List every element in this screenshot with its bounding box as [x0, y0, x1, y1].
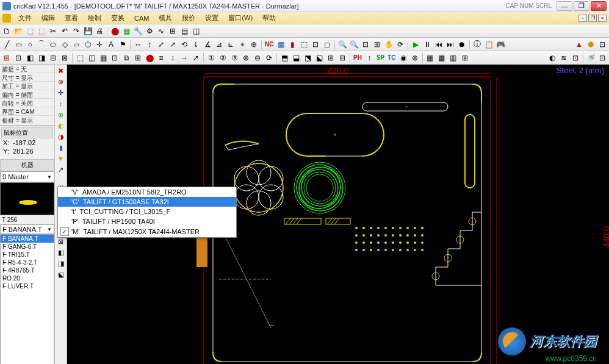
maximize-button[interactable]: ❐ [574, 1, 589, 11]
status-dim[interactable]: 尺寸 = 显示 [0, 73, 54, 82]
ph-button[interactable]: PH [352, 54, 363, 61]
dim8-icon[interactable]: ⊿ [214, 39, 225, 50]
vt-tool8-icon[interactable]: ▼ [56, 154, 66, 163]
tool2-icon[interactable]: ▦ [121, 26, 132, 37]
menu-quote[interactable]: 报价 [179, 12, 198, 24]
dim9-icon[interactable]: ⊾ [225, 39, 236, 50]
cam2-icon[interactable]: ⊡ [13, 52, 24, 63]
cam7-icon[interactable]: ⬚ [74, 52, 85, 63]
cut5-icon[interactable]: ⊞ [325, 52, 336, 63]
vt-tool16-icon[interactable]: ◧ [56, 248, 66, 257]
nest2-icon[interactable]: ▩ [436, 52, 447, 63]
arc-icon[interactable]: ⌒ [36, 39, 47, 50]
r34-icon[interactable]: 🚿 [585, 52, 596, 63]
machine-dropdown[interactable]: 'V' AMADA / EM2510NT 58I2_TR2RO 'G' TAIL… [57, 187, 237, 238]
dim5-icon[interactable]: ⟲ [179, 39, 190, 50]
status-proc[interactable]: 加工 = 显示 [0, 82, 54, 90]
menu-draw[interactable]: 绘制 [85, 12, 104, 24]
pan-icon[interactable]: ✋ [383, 39, 394, 50]
tool-item[interactable]: F R5-4-3-2.T [1, 259, 54, 266]
menu-cam[interactable]: CAM [132, 13, 151, 23]
tool-item[interactable]: F TRI15.T [1, 251, 54, 259]
menu-window[interactable]: 窗口(W) [226, 12, 255, 24]
status-side[interactable]: 偏向 = 侧面 [0, 90, 54, 99]
nc3-icon[interactable]: ⬚ [298, 39, 309, 50]
tool-item[interactable]: RO 20 [1, 274, 54, 282]
cam12-icon[interactable]: ⊞ [132, 52, 143, 63]
r33-icon[interactable]: ⊡ [570, 52, 581, 63]
flag-icon[interactable]: ⚑ [117, 39, 128, 50]
vt-tool5-icon[interactable]: ◐ [56, 121, 66, 130]
mdi-minimize-button[interactable]: - [578, 15, 587, 22]
cut4-icon[interactable]: ⬕ [314, 52, 325, 63]
cam13-icon[interactable]: ⬤ [144, 52, 155, 63]
r32-icon[interactable]: ≋ [558, 52, 569, 63]
right1-icon[interactable]: ▲ [574, 39, 585, 50]
tool-combo[interactable]: F BANANA.T ▼ [0, 224, 54, 234]
cam9-icon[interactable]: ▦ [98, 52, 109, 63]
new-icon[interactable]: 🗋 [1, 26, 12, 37]
sp-button[interactable]: SP [375, 54, 386, 61]
zoom-window-icon[interactable]: ⊞ [372, 39, 383, 50]
vt-tool3-icon[interactable]: ↕ [56, 99, 66, 109]
save-icon[interactable]: 💾 [82, 26, 93, 37]
anim2-icon[interactable]: ⏸ [422, 39, 433, 50]
dim1-icon[interactable]: ↔ [132, 39, 143, 50]
undo-icon[interactable]: ↶ [59, 26, 70, 37]
shape5-icon[interactable]: ◇ [59, 39, 70, 50]
dim11-icon[interactable]: ⊕ [248, 39, 259, 50]
sp1-icon[interactable]: ◉ [398, 52, 409, 63]
game-icon[interactable]: 🎮 [495, 39, 506, 50]
seq1-icon[interactable]: ① [206, 52, 217, 63]
cam16-icon[interactable]: → [179, 52, 190, 63]
cam17-icon[interactable]: ↗ [190, 52, 201, 63]
nc2-icon[interactable]: ▮ [287, 39, 298, 50]
circle-icon[interactable]: ○ [24, 39, 35, 50]
line-icon[interactable]: ╱ [1, 39, 12, 50]
r35-icon[interactable]: ⊡ [597, 52, 608, 63]
menu-mold[interactable]: 模具 [156, 12, 175, 24]
anim4-icon[interactable]: ⏭ [445, 39, 456, 50]
mdi-restore-button[interactable]: ❐ [588, 15, 597, 22]
dim10-icon[interactable]: ⌖ [237, 39, 248, 50]
vt-tool1-icon[interactable]: ⊗ [56, 77, 66, 87]
tool-item[interactable]: F BANANA.T [1, 235, 54, 243]
vt-tool17-icon[interactable]: ◨ [56, 259, 66, 268]
vt-tool2-icon[interactable]: ✛ [56, 88, 66, 98]
close-button[interactable]: ✕ [591, 1, 607, 11]
vt-tool15-icon[interactable]: ⊠ [56, 237, 66, 246]
dim4-icon[interactable]: ↗ [167, 39, 178, 50]
dim6-icon[interactable]: ⤹ [190, 39, 201, 50]
seq5-icon[interactable]: ⊖ [252, 52, 263, 63]
nc1-icon[interactable]: ▦ [275, 39, 286, 50]
view1-icon[interactable]: ⬚ [24, 26, 35, 37]
seq6-icon[interactable]: ⟳ [264, 52, 275, 63]
cam11-icon[interactable]: ⧉ [121, 52, 132, 63]
cam8-icon[interactable]: ◫ [86, 52, 97, 63]
nest3-icon[interactable]: ▥ [448, 52, 459, 63]
text-icon[interactable]: A [106, 39, 117, 50]
nc5-icon[interactable]: ◻ [322, 39, 333, 50]
vt-del-icon[interactable]: ✖ [56, 66, 66, 76]
tool-item[interactable]: F LUVER.T [1, 282, 54, 290]
cam1-icon[interactable]: ⊞ [1, 52, 12, 63]
menu-edit[interactable]: 编辑 [39, 12, 57, 24]
machine-option-p[interactable]: 'P' TAILIFT / HP1500 TA40I [58, 216, 236, 226]
ellipse-icon[interactable]: ⬭ [48, 39, 59, 50]
open-icon[interactable]: 📂 [13, 26, 24, 37]
status-snap[interactable]: 捕捉 = 无 [0, 65, 54, 73]
shape7-icon[interactable]: ⬡ [82, 39, 93, 50]
tool8-icon[interactable]: ◫ [190, 26, 201, 37]
nc-button[interactable]: NC [264, 41, 275, 48]
minimize-button[interactable]: — [557, 1, 572, 11]
tool4-icon[interactable]: ⚙ [144, 26, 155, 37]
cut3-icon[interactable]: ⬔ [302, 52, 313, 63]
shape6-icon[interactable]: ▱ [71, 39, 82, 50]
menu-view[interactable]: 查看 [62, 12, 81, 24]
tool-list[interactable]: F BANANA.T F GANG-6.T F TRI15.T F R5-4-3… [0, 234, 54, 364]
anim3-icon[interactable]: ⏮ [433, 39, 444, 50]
sp2-icon[interactable]: ⊕ [409, 52, 420, 63]
redraw-icon[interactable]: ⟳ [395, 39, 406, 50]
r31-icon[interactable]: ◐ [547, 52, 558, 63]
tool5-icon[interactable]: ∿ [156, 26, 167, 37]
